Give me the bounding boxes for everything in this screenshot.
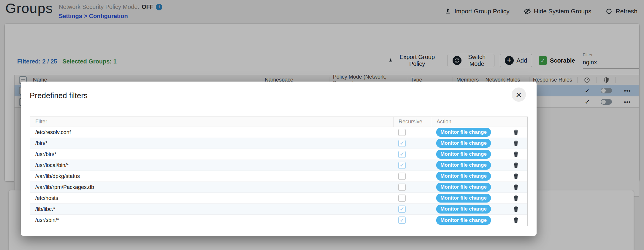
modal-table-header: Filter Recursive Action: [30, 117, 527, 127]
action-badge: Monitor file change: [436, 183, 491, 192]
predefined-filters-modal: Predefined filters × Filter Recursive Ac…: [21, 82, 537, 236]
trash-icon: [513, 217, 519, 224]
action-badge: Monitor file change: [436, 128, 491, 137]
delete-button[interactable]: [504, 206, 527, 213]
recursive-checkbox[interactable]: [398, 195, 406, 202]
filter-path: /etc/hosts: [30, 195, 394, 201]
trash-icon: [513, 162, 519, 169]
delete-button[interactable]: [504, 162, 527, 169]
trash-icon: [513, 140, 519, 147]
delete-button[interactable]: [504, 151, 527, 158]
recursive-checkbox[interactable]: [398, 184, 406, 191]
filter-row: /etc/hosts Monitor file change: [30, 193, 527, 204]
close-icon: ×: [516, 90, 522, 100]
filter-path: /usr/sbin/*: [30, 217, 394, 223]
filter-path: /usr/bin/*: [30, 151, 394, 157]
action-badge: Monitor file change: [436, 194, 491, 203]
filter-row: /lib/libc.* Monitor file change: [30, 204, 527, 215]
trash-icon: [513, 195, 519, 202]
modal-column-recursive: Recursive: [394, 117, 431, 127]
trash-icon: [513, 184, 519, 191]
recursive-checkbox[interactable]: [398, 151, 406, 158]
delete-button[interactable]: [504, 217, 527, 224]
recursive-checkbox[interactable]: [398, 216, 406, 224]
trash-icon: [513, 151, 519, 158]
action-badge: Monitor file change: [436, 172, 491, 181]
action-badge: Monitor file change: [436, 139, 491, 148]
modal-column-action: Action: [431, 117, 504, 127]
modal-title: Predefined filters: [30, 91, 88, 100]
action-badge: Monitor file change: [436, 205, 491, 214]
action-badge: Monitor file change: [436, 161, 491, 170]
close-button[interactable]: ×: [512, 87, 526, 102]
modal-divider: [27, 108, 531, 108]
filter-row: /var/lib/dpkg/status Monitor file change: [30, 171, 527, 182]
filter-path: /bin/*: [30, 140, 394, 147]
action-badge: Monitor file change: [436, 216, 491, 225]
filter-row: /bin/* Monitor file change: [30, 138, 527, 149]
recursive-checkbox[interactable]: [398, 140, 406, 147]
trash-icon: [513, 206, 519, 213]
filter-row: /usr/local/bin/* Monitor file change: [30, 160, 527, 171]
filter-row: /var/lib/rpm/Packages.db Monitor file ch…: [30, 182, 527, 193]
trash-icon: [513, 173, 519, 180]
modal-column-filter: Filter: [30, 119, 394, 125]
filter-path: /usr/local/bin/*: [30, 162, 394, 168]
filter-path: /var/lib/dpkg/status: [30, 173, 394, 179]
recursive-checkbox[interactable]: [398, 173, 406, 180]
recursive-checkbox[interactable]: [398, 206, 406, 213]
filter-path: /var/lib/rpm/Packages.db: [30, 184, 394, 190]
filter-row: /usr/sbin/* Monitor file change: [30, 215, 527, 226]
filter-row: /etc/resolv.conf Monitor file change: [30, 127, 527, 138]
filter-path: /lib/libc.*: [30, 206, 394, 212]
recursive-checkbox[interactable]: [398, 129, 406, 136]
delete-button[interactable]: [504, 140, 527, 147]
delete-button[interactable]: [504, 173, 527, 180]
delete-button[interactable]: [504, 195, 527, 202]
action-badge: Monitor file change: [436, 150, 491, 159]
filter-row: /usr/bin/* Monitor file change: [30, 149, 527, 160]
delete-button[interactable]: [504, 129, 527, 136]
delete-button[interactable]: [504, 184, 527, 191]
predefined-filters-table: Filter Recursive Action /etc/resolv.conf…: [30, 117, 528, 226]
recursive-checkbox[interactable]: [398, 162, 406, 169]
trash-icon: [513, 129, 519, 136]
filter-path: /etc/resolv.conf: [30, 129, 394, 136]
